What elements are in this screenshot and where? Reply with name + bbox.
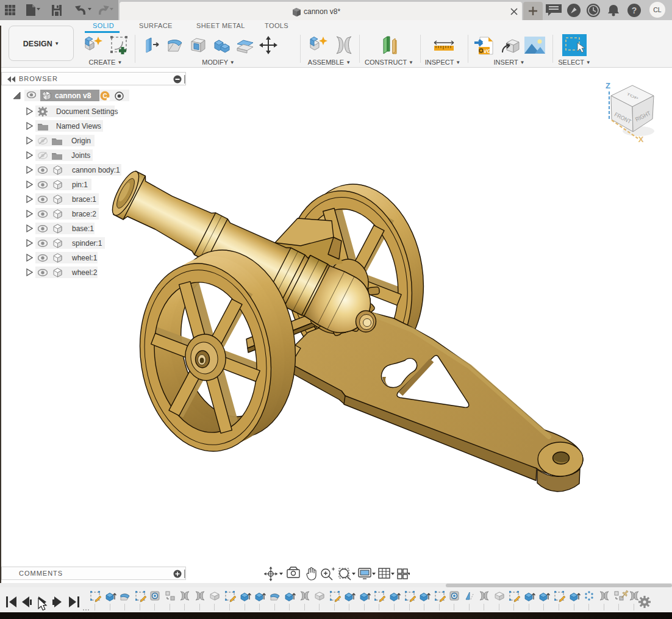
svg-text:Z: Z xyxy=(606,81,610,90)
svg-text:?: ? xyxy=(632,5,637,15)
svg-text:X: X xyxy=(638,135,644,144)
svg-text:C: C xyxy=(102,93,107,99)
svg-text:CL: CL xyxy=(653,6,662,13)
